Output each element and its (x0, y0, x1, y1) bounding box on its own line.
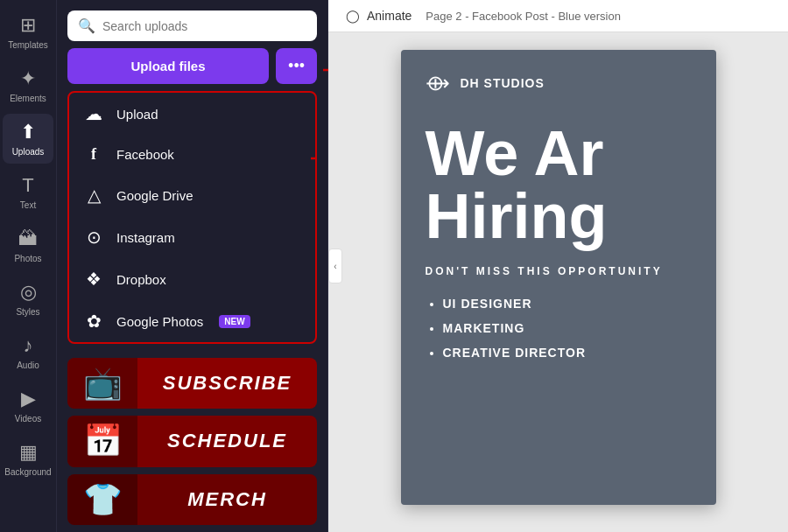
dropdown-item-label: Facebook (116, 147, 174, 162)
background-icon: ▦ (19, 441, 38, 464)
google-photos-icon: ✿ (83, 311, 104, 332)
audio-icon: ♪ (24, 334, 33, 357)
canvas-header: ◯ Animate Page 2 - Facebook Post - Blue … (328, 0, 788, 32)
dropdown-item-label: Upload (116, 107, 158, 122)
animate-button[interactable]: ◯ Animate (346, 9, 412, 23)
thumb-icon-schedule: 📅 (67, 416, 137, 466)
dont-miss-text: DON'T MISS THIS OPPORTUNITY (426, 265, 692, 277)
search-input-wrapper[interactable]: 🔍 (67, 10, 317, 41)
thumb-icon-subscribe: 📺 (67, 358, 137, 409)
upload-panel: 🔍 Upload files ••• ☁ Upload f Facebook △ (57, 0, 328, 532)
page-label: Page 2 - Facebook Post - Blue version (426, 10, 621, 23)
roles-list: UI DESIGNER MARKETING CREATIVE DIRECTOR (426, 291, 692, 365)
sidebar-item-templates[interactable]: ⊞ Templates (3, 7, 53, 57)
heading-line2: Hiring (426, 181, 608, 251)
text-icon: T (22, 174, 33, 197)
thumbnails-grid: 📺 SUBSCRIBE 📅 SCHEDULE 👕 (57, 351, 327, 532)
dropdown-item-label: Google Photos (116, 314, 203, 329)
templates-icon: ⊞ (20, 14, 36, 37)
sidebar-item-label: Photos (14, 254, 41, 263)
uploads-icon: ⬆ (20, 121, 36, 144)
google-drive-icon: △ (83, 185, 104, 206)
dropdown-item-google-photos[interactable]: ✿ Google Photos NEW (69, 300, 315, 342)
dropbox-icon: ❖ (83, 269, 104, 290)
photos-icon: 🏔 (18, 228, 38, 250)
dropdown-menu: ☁ Upload f Facebook △ Google Drive ⊙ Ins… (67, 91, 317, 344)
new-badge: NEW (219, 315, 250, 328)
upload-cloud-icon: ☁ (83, 103, 104, 124)
arrow-annotation-2 (311, 150, 317, 167)
dropdown-item-facebook[interactable]: f Facebook (69, 135, 315, 174)
instagram-icon: ⊙ (83, 227, 104, 248)
dropdown-item-upload[interactable]: ☁ Upload (69, 93, 315, 135)
thumbnail-subscribe[interactable]: 📺 SUBSCRIBE (67, 358, 317, 409)
sidebar-item-label: Videos (15, 414, 41, 424)
styles-icon: ◎ (20, 281, 37, 304)
sidebar-item-label: Templates (8, 40, 48, 50)
canvas-body: ⟴ DH STUDIOS We Ar Hiring DON'T MISS THI… (328, 32, 788, 532)
sidebar-item-elements[interactable]: ✦ Elements (3, 60, 53, 110)
heading-line1: We Ar (426, 118, 604, 188)
sidebar-item-uploads[interactable]: ⬆ Uploads (3, 114, 53, 164)
videos-icon: ▶ (21, 388, 36, 410)
dropdown-item-dropbox[interactable]: ❖ Dropbox (69, 258, 315, 300)
thumb-label-subscribe: SUBSCRIBE (163, 372, 292, 395)
sidebar-item-videos[interactable]: ▶ Videos (3, 381, 53, 430)
animate-label: Animate (367, 9, 412, 23)
collapse-panel-button[interactable]: ‹ (328, 248, 342, 284)
sidebar-item-label: Elements (10, 94, 46, 103)
search-icon: 🔍 (78, 18, 95, 34)
sidebar-item-styles[interactable]: ◎ Styles (3, 274, 53, 324)
sidebar-item-photos[interactable]: 🏔 Photos (3, 220, 53, 270)
search-input[interactable] (102, 19, 306, 33)
dropdown-item-label: Google Drive (116, 188, 193, 203)
thumbnail-schedule[interactable]: 📅 SCHEDULE (67, 416, 317, 466)
role-item: UI DESIGNER (443, 291, 692, 316)
sidebar-item-label: Audio (17, 360, 39, 370)
sidebar-item-background[interactable]: ▦ Background (3, 434, 53, 484)
role-item: MARKETING (443, 316, 692, 340)
design-card[interactable]: ⟴ DH STUDIOS We Ar Hiring DON'T MISS THI… (401, 50, 716, 505)
sidebar-item-label: Uploads (12, 147, 45, 157)
design-card-header: ⟴ DH STUDIOS (426, 71, 692, 95)
more-options-button[interactable]: ••• (276, 48, 317, 84)
dropdown-item-google-drive[interactable]: △ Google Drive (69, 174, 315, 216)
hiring-title: We Ar Hiring (426, 122, 692, 248)
sidebar-item-label: Styles (16, 307, 39, 317)
canvas-area: ◯ Animate Page 2 - Facebook Post - Blue … (328, 0, 788, 532)
sidebar-item-audio[interactable]: ♪ Audio (3, 327, 53, 377)
facebook-icon: f (83, 145, 104, 164)
thumbnail-merch[interactable]: 👕 MERCH (67, 474, 317, 525)
sidebar-item-label: Background (4, 467, 51, 477)
studio-name: DH STUDIOS (461, 76, 545, 90)
thumb-label-schedule: SCHEDULE (167, 430, 287, 452)
dropdown-item-label: Dropbox (116, 272, 166, 287)
sidebar-item-label: Text (20, 200, 36, 210)
upload-btn-row: Upload files ••• (57, 48, 327, 91)
search-bar: 🔍 (57, 0, 327, 48)
upload-files-button[interactable]: Upload files (67, 48, 269, 84)
animate-icon: ◯ (346, 9, 360, 23)
dropdown-item-label: Instagram (116, 230, 175, 245)
thumb-label-merch: MERCH (187, 488, 267, 511)
studio-logo: ⟴ (426, 71, 450, 95)
elements-icon: ✦ (20, 67, 36, 90)
dropdown-item-instagram[interactable]: ⊙ Instagram (69, 216, 315, 258)
sidebar: ⊞ Templates ✦ Elements ⬆ Uploads T Text … (0, 0, 57, 532)
role-item: CREATIVE DIRECTOR (443, 340, 692, 365)
sidebar-item-text[interactable]: T Text (3, 167, 53, 217)
thumb-icon-merch: 👕 (67, 474, 137, 525)
